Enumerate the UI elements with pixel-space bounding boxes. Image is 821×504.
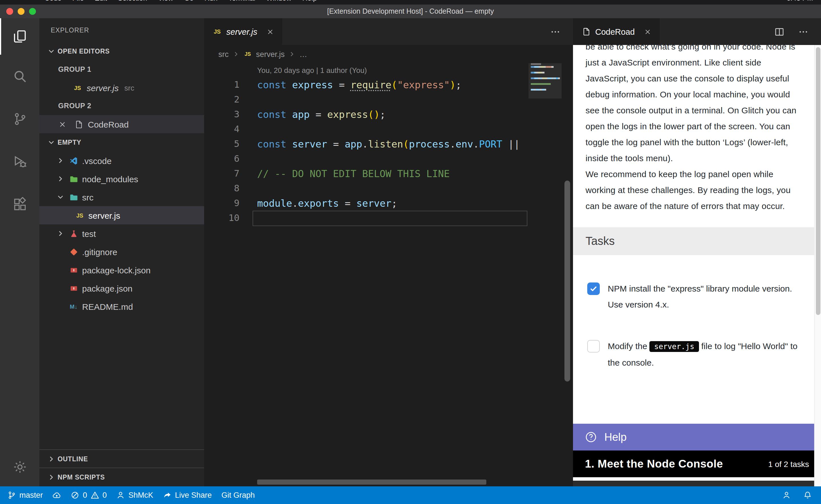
branch-indicator[interactable]: master bbox=[7, 491, 43, 499]
chevron-right-icon bbox=[233, 51, 240, 58]
tree-item-src[interactable]: src bbox=[39, 188, 204, 206]
panel-bottom-strip bbox=[573, 481, 821, 486]
person-icon bbox=[116, 491, 125, 499]
activity-bar bbox=[0, 18, 39, 486]
minimap-slider[interactable] bbox=[528, 63, 561, 99]
breadcrumb-file[interactable]: server.js bbox=[256, 50, 285, 58]
task-checkbox-checked[interactable] bbox=[587, 282, 600, 295]
error-icon bbox=[71, 491, 79, 499]
section-label: OPEN EDITORS bbox=[58, 48, 110, 55]
tree-item-test[interactable]: test bbox=[39, 224, 204, 243]
workspace-header[interactable]: EMPTY bbox=[39, 133, 204, 151]
tree-item-.vscode[interactable]: .vscode bbox=[39, 151, 204, 170]
task-checkbox-unchecked[interactable] bbox=[587, 340, 600, 353]
close-window-button[interactable] bbox=[6, 8, 13, 15]
account-name: ShMcK bbox=[128, 491, 153, 499]
line-content bbox=[240, 122, 257, 137]
vscode-window: CodeFileEditSelectionViewGoRunTerminalWi… bbox=[0, 0, 821, 504]
chevron-right-icon[interactable] bbox=[55, 157, 65, 165]
close-tab-icon[interactable] bbox=[267, 28, 275, 36]
open-editors-header[interactable]: OPEN EDITORS bbox=[39, 42, 204, 60]
panel-scrollbar-thumb[interactable] bbox=[816, 47, 820, 315]
minimize-window-button[interactable] bbox=[18, 8, 24, 15]
menu-run[interactable]: Run bbox=[204, 0, 218, 4]
help-bar[interactable]: Help bbox=[573, 424, 821, 450]
menu-file[interactable]: File bbox=[72, 0, 84, 4]
menu-window[interactable]: Window bbox=[266, 0, 292, 4]
menu-code[interactable]: Code bbox=[44, 0, 62, 4]
horizontal-scrollbar[interactable] bbox=[257, 480, 486, 485]
sidebar-b-sections: OUTLINE NPM SCRIPTS bbox=[39, 449, 204, 486]
feedback-person-icon[interactable] bbox=[782, 491, 791, 499]
codelens-annotation[interactable]: You, 20 days ago | 1 author (You) bbox=[204, 63, 528, 77]
sync-button[interactable] bbox=[53, 491, 61, 499]
code-line-7[interactable]: 7// -- DO NOT EDIT BELOW THIS LINE bbox=[204, 166, 528, 181]
more-actions-icon[interactable] bbox=[798, 26, 808, 37]
code-line-5[interactable]: 5const server = app.listen(process.env.P… bbox=[204, 137, 528, 151]
account-item[interactable]: ShMcK bbox=[116, 491, 153, 499]
menu-terminal[interactable]: Terminal bbox=[228, 0, 256, 4]
source-control-icon[interactable] bbox=[0, 97, 39, 140]
notifications-bell-icon[interactable] bbox=[803, 491, 812, 499]
tab-coderoad[interactable]: CodeRoad bbox=[573, 18, 660, 45]
menu-view[interactable]: View bbox=[158, 0, 173, 4]
explorer-icon[interactable] bbox=[0, 18, 39, 55]
code-line-2[interactable]: 2 bbox=[204, 92, 528, 107]
vscode-icon bbox=[68, 156, 79, 165]
code-line-8[interactable]: 8 bbox=[204, 181, 528, 196]
tree-item-README.md[interactable]: M↓README.md bbox=[39, 297, 204, 315]
code-line-9[interactable]: 9module.exports = server; bbox=[204, 196, 528, 211]
split-editor-icon[interactable] bbox=[774, 26, 785, 37]
more-actions-icon[interactable] bbox=[550, 26, 560, 37]
breadcrumb-folder[interactable]: src bbox=[219, 50, 229, 58]
chevron-right-icon[interactable] bbox=[55, 230, 65, 237]
chevron-right-icon[interactable] bbox=[55, 175, 65, 183]
code-editor[interactable]: You, 20 days ago | 1 author (You) 1const… bbox=[204, 63, 528, 478]
tree-item-package-lock.json[interactable]: package-lock.json bbox=[39, 261, 204, 279]
zoom-window-button[interactable] bbox=[29, 8, 36, 15]
line-number: 6 bbox=[204, 151, 240, 166]
error-count: 0 bbox=[83, 491, 87, 499]
extensions-icon[interactable] bbox=[0, 183, 39, 226]
minimap[interactable] bbox=[528, 63, 561, 200]
code-line-6[interactable]: 6 bbox=[204, 151, 528, 166]
open-editor-coderoad[interactable]: CodeRoad bbox=[39, 115, 204, 133]
outline-header[interactable]: OUTLINE bbox=[39, 449, 204, 468]
code-line-4[interactable]: 4 bbox=[204, 122, 528, 137]
panel-tab-bar: CodeRoad bbox=[573, 18, 821, 45]
code-line-10[interactable]: 10 bbox=[204, 211, 528, 226]
menu-help[interactable]: Help bbox=[303, 0, 317, 4]
breadcrumb-more[interactable]: … bbox=[300, 50, 307, 58]
chevron-down-icon[interactable] bbox=[55, 193, 65, 201]
npm-scripts-header[interactable]: NPM SCRIPTS bbox=[39, 468, 204, 486]
menu-go[interactable]: Go bbox=[184, 0, 193, 4]
open-editor-serverjs[interactable]: JS server.js src bbox=[39, 79, 204, 97]
run-debug-icon[interactable] bbox=[0, 140, 39, 183]
chevron-down-icon bbox=[46, 47, 56, 55]
search-icon[interactable] bbox=[0, 55, 39, 97]
close-icon[interactable] bbox=[58, 120, 67, 128]
git-graph-button[interactable]: Git Graph bbox=[222, 491, 255, 499]
tree-item-package.json[interactable]: package.json bbox=[39, 279, 204, 297]
live-share-button[interactable]: Live Share bbox=[163, 491, 212, 499]
js-file-icon: JS bbox=[244, 51, 252, 57]
settings-gear-icon[interactable] bbox=[0, 451, 39, 483]
menu-selection[interactable]: Selection bbox=[118, 0, 147, 4]
tree-item-.gitignore[interactable]: .gitignore bbox=[39, 243, 204, 261]
task-list: NPM install the "express" library module… bbox=[573, 281, 821, 371]
problems-indicator[interactable]: 0 0 bbox=[71, 491, 107, 499]
code-lines: 1const express = require("express");23co… bbox=[204, 77, 528, 226]
tree-item-node_modules[interactable]: node_modules bbox=[39, 170, 204, 188]
task-text: NPM install the "express" library module… bbox=[608, 281, 798, 313]
lesson-header[interactable]: 1. Meet the Node Console 1 of 2 tasks bbox=[573, 450, 821, 477]
code-line-3[interactable]: 3const app = express(); bbox=[204, 107, 528, 122]
folder-node-icon bbox=[68, 175, 79, 183]
code-line-1[interactable]: 1const express = require("express"); bbox=[204, 77, 528, 92]
line-content bbox=[240, 151, 257, 166]
tree-item-label: package-lock.json bbox=[82, 265, 150, 275]
menu-edit[interactable]: Edit bbox=[95, 0, 107, 4]
close-tab-icon[interactable] bbox=[644, 28, 652, 36]
vertical-scrollbar[interactable] bbox=[564, 181, 570, 382]
tree-item-server.js[interactable]: JSserver.js bbox=[39, 206, 204, 224]
tab-serverjs[interactable]: JS server.js bbox=[204, 18, 283, 45]
